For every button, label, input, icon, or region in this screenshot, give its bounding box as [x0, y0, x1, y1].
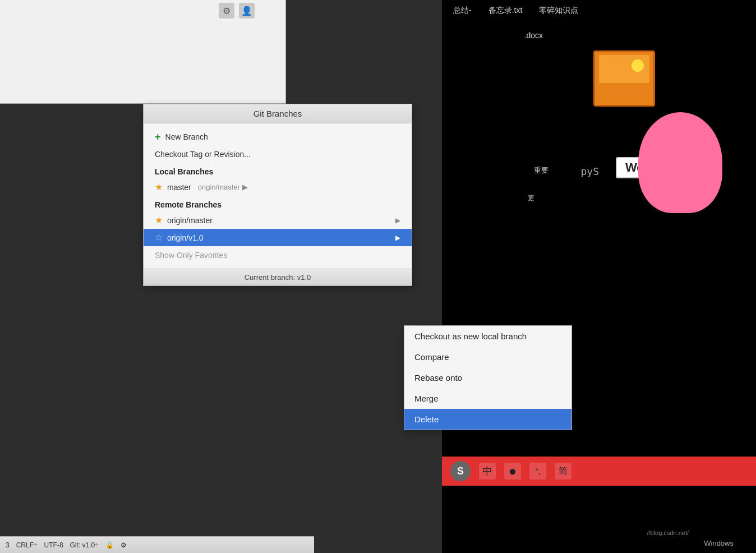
branch-name-master: master: [167, 183, 191, 192]
star-filled-icon: ★: [155, 182, 163, 192]
git-branches-popup: Git Branches + New Branch Checkout Tag o…: [143, 104, 412, 286]
popup-title: Git Branches: [253, 109, 302, 118]
branch-name-origin-v1: origin/v1.0: [167, 233, 204, 242]
popup-body: + New Branch Checkout Tag or Revision...…: [144, 123, 412, 269]
desktop-right: 总结- 备忘录.txt 零碎知识点 .docx Wed pyS 重要 更 S 中…: [442, 0, 756, 553]
taskbar-comma-icon: °,: [529, 463, 546, 480]
important-label: 重要: [534, 165, 548, 176]
branch-item-master[interactable]: ★ master origin/master ▶: [144, 178, 412, 196]
rebase-label: Rebase onto: [414, 373, 462, 383]
local-branches-title: Local Branches: [155, 167, 213, 176]
status-settings-icon[interactable]: ⚙: [121, 541, 127, 549]
remote-branches-title: Remote Branches: [155, 200, 222, 209]
checkout-tag-label: Checkout Tag or Revision...: [155, 150, 251, 159]
show-favorites-item[interactable]: Show Only Favorites: [144, 246, 412, 264]
taskbar-s-icon: S: [450, 461, 471, 481]
update-label: 更: [528, 193, 534, 203]
new-branch-label: New Branch: [165, 132, 208, 141]
csdn-watermark: //blog.csdn.net/: [647, 529, 689, 536]
compare-label: Compare: [414, 352, 449, 362]
star-filled-origin-master-icon: ★: [155, 215, 163, 225]
label-zongjie: 总结-: [453, 6, 472, 16]
status-number: 3: [6, 541, 10, 549]
context-menu: Checkout as new local branch Compare Reb…: [404, 325, 572, 430]
status-bar: 3 CRLF÷ UTF-8 Git: v1.0÷ 🔒 ⚙: [0, 536, 314, 553]
settings-icon[interactable]: ⚙: [219, 3, 234, 19]
arrow-right-v1-icon: ▶: [395, 234, 400, 242]
taskbar-zh-icon: 中: [479, 463, 496, 480]
status-git[interactable]: Git: v1.0÷: [70, 541, 99, 549]
context-rebase[interactable]: Rebase onto: [404, 367, 571, 388]
taskbar-dot-icon: ●: [504, 463, 521, 480]
status-lock-icon: 🔒: [105, 541, 114, 549]
desktop-top-labels: 总结- 备忘录.txt 零碎知识点: [442, 3, 756, 19]
delete-label: Delete: [414, 414, 439, 424]
status-encoding[interactable]: UTF-8: [44, 541, 63, 549]
orange-widget: [593, 50, 655, 107]
star-empty-origin-v1-icon: ☆: [155, 232, 163, 243]
context-delete[interactable]: Delete: [404, 409, 571, 430]
remote-branches-header: Remote Branches: [144, 196, 412, 211]
docx-label: .docx: [524, 31, 543, 40]
new-branch-item[interactable]: + New Branch: [144, 128, 412, 146]
current-branch-label: Current branch: v1.0: [245, 273, 311, 282]
branch-item-origin-master[interactable]: ★ origin/master ▶: [144, 211, 412, 229]
red-taskbar: S 中 ● °, 简: [442, 457, 756, 486]
arrow-right-icon: ▶: [395, 216, 400, 224]
windows-text: Windows: [704, 539, 734, 547]
show-favorites-label: Show Only Favorites: [155, 251, 227, 260]
local-branches-header: Local Branches: [144, 163, 412, 178]
popup-header: Git Branches: [144, 104, 412, 123]
label-beiwang: 备忘录.txt: [488, 6, 523, 16]
popup-footer: Current branch: v1.0: [144, 269, 412, 285]
plus-icon: +: [155, 132, 161, 142]
user-icon[interactable]: 👤: [239, 3, 255, 19]
toolbar-area: ⚙ 👤: [219, 3, 255, 19]
branch-item-origin-v1[interactable]: ☆ origin/v1.0 ▶: [144, 229, 412, 246]
label-suisui: 零碎知识点: [539, 6, 578, 16]
sun-icon: [631, 59, 644, 72]
context-merge[interactable]: Merge: [404, 388, 571, 409]
branch-tracking-master: origin/master ▶: [198, 183, 248, 191]
status-crlf[interactable]: CRLF÷: [16, 541, 38, 549]
context-compare[interactable]: Compare: [404, 347, 571, 367]
pys-text: pyS: [580, 165, 599, 177]
checkout-new-label: Checkout as new local branch: [414, 331, 527, 341]
top-left-panel: ⚙ 👤: [0, 0, 286, 104]
merge-label: Merge: [414, 394, 439, 403]
context-checkout-new[interactable]: Checkout as new local branch: [404, 326, 571, 347]
pink-character: [638, 112, 722, 213]
taskbar-jian-icon: 简: [555, 463, 571, 480]
branch-name-origin-master: origin/master: [167, 216, 213, 225]
checkout-tag-item[interactable]: Checkout Tag or Revision...: [144, 146, 412, 163]
orange-inner: [599, 55, 649, 83]
